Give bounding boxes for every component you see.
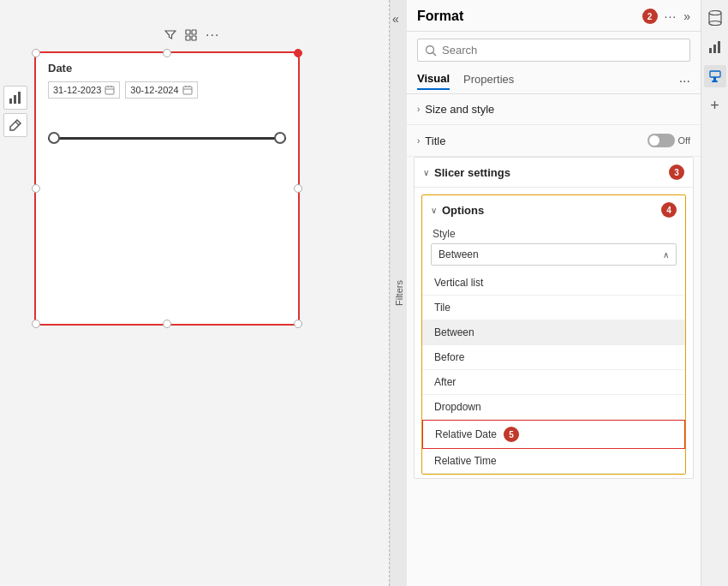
section-title-label: Title	[425, 135, 647, 147]
resize-handle-mr[interactable]	[294, 184, 302, 193]
left-sidebar	[3, 86, 27, 137]
svg-rect-22	[709, 48, 712, 53]
slicer-settings-label: Slicer settings	[434, 166, 669, 179]
slicer-title: Date	[48, 62, 286, 75]
toggle-track[interactable]	[647, 134, 675, 147]
resize-handle-tr[interactable]	[294, 49, 302, 57]
tab-properties[interactable]: Properties	[463, 73, 514, 89]
dropdown-item-tile[interactable]: Tile	[422, 296, 685, 320]
options-header[interactable]: ∨ Options 4	[422, 195, 685, 224]
dropdown-item-relative-time[interactable]: Relative Time	[422, 449, 685, 474]
chart-icon-btn[interactable]	[3, 86, 27, 110]
svg-rect-23	[713, 45, 716, 53]
section-title[interactable]: › Title Off	[407, 125, 701, 157]
svg-rect-8	[105, 87, 114, 94]
resize-handle-bc[interactable]	[163, 320, 171, 328]
slicer-settings-section: ∨ Slicer settings 3 ∨ Options 4 Style Be…	[414, 157, 694, 479]
svg-rect-4	[186, 30, 190, 34]
relative-date-badge: 5	[504, 427, 519, 442]
filters-tab[interactable]: Filters	[390, 0, 407, 586]
slider-thumb-right[interactable]	[274, 132, 286, 144]
resize-handle-br[interactable]	[294, 320, 302, 328]
cylinder-icon	[708, 10, 722, 26]
end-date-input[interactable]: 30-12-2024	[125, 81, 197, 99]
dropdown-item-vertical-list[interactable]: Vertical list	[422, 271, 685, 296]
focus-icon[interactable]	[185, 29, 197, 41]
svg-rect-7	[192, 36, 196, 40]
slicer-date-row: 31-12-2023 30-12-2024	[48, 81, 286, 99]
options-badge: 4	[661, 202, 677, 218]
dropdown-item-between[interactable]: Between	[422, 320, 685, 345]
resize-handle-bl[interactable]	[32, 320, 40, 328]
section-size-style-label: Size and style	[425, 103, 690, 116]
search-bar[interactable]	[417, 39, 690, 62]
start-date-input[interactable]: 31-12-2023	[48, 81, 120, 99]
calendar-icon-end	[182, 85, 193, 95]
slicer-widget: Date 31-12-2023 30-12-2024	[34, 51, 300, 326]
style-dropdown-value: Between	[439, 248, 663, 260]
chevron-down-icon-options: ∨	[431, 206, 437, 215]
slicer-toolbar: ···	[164, 27, 219, 43]
filter-icon[interactable]	[164, 29, 176, 41]
format-header-icons: ··· »	[665, 9, 690, 23]
svg-point-18	[709, 11, 721, 15]
bar-chart-icon-btn[interactable]	[704, 36, 726, 58]
svg-rect-0	[9, 99, 12, 104]
dropdown-list: Vertical list Tile Between Before After	[422, 271, 685, 474]
format-panel: « Filters Format 2 ··· » Visual	[390, 0, 728, 586]
dropdown-item-after[interactable]: After	[422, 370, 685, 395]
title-toggle[interactable]: Off	[647, 134, 690, 147]
filters-label: Filters	[394, 280, 404, 306]
add-icon-btn[interactable]: +	[704, 94, 726, 117]
right-icons-panel: +	[701, 0, 728, 586]
tab-visual[interactable]: Visual	[417, 72, 450, 90]
section-size-style[interactable]: › Size and style	[407, 94, 701, 125]
resize-handle-ml[interactable]	[32, 184, 40, 193]
start-date-value: 31-12-2023	[53, 85, 101, 95]
resize-handle-tl[interactable]	[32, 49, 40, 57]
dropdown-item-dropdown[interactable]: Dropdown	[422, 395, 685, 420]
options-label: Options	[442, 204, 661, 217]
chevron-up-icon: ∧	[663, 250, 669, 260]
toggle-label: Off	[678, 135, 690, 146]
dropdown-item-relative-date[interactable]: Relative Date 5	[422, 420, 685, 449]
style-dropdown[interactable]: Between ∧	[431, 243, 677, 266]
svg-rect-6	[186, 36, 190, 40]
end-date-value: 30-12-2024	[130, 85, 178, 95]
format-panel-inner: Format 2 ··· » Visual Properties ···	[407, 0, 701, 586]
slider-thumb-left[interactable]	[48, 132, 60, 144]
calendar-icon-start	[104, 85, 115, 95]
chevron-down-icon-slicer: ∨	[423, 168, 429, 177]
cylinder-icon-btn[interactable]	[704, 7, 726, 29]
chevron-right-icon: ›	[417, 105, 420, 114]
svg-rect-5	[192, 30, 196, 34]
format-title: Format	[417, 9, 636, 24]
header-more-icon[interactable]: ···	[665, 9, 677, 23]
format-active-icon-btn[interactable]	[704, 65, 726, 87]
format-header: Format 2 ··· »	[407, 0, 701, 32]
collapse-panel-icon[interactable]: «	[392, 12, 399, 26]
options-section: ∨ Options 4 Style Between ∧ Vertical lis…	[421, 194, 686, 475]
svg-rect-24	[718, 41, 720, 53]
more-icon[interactable]: ···	[206, 27, 219, 43]
paint-roller-icon	[708, 69, 722, 83]
svg-line-17	[433, 52, 437, 56]
dropdown-item-before[interactable]: Before	[422, 345, 685, 370]
tabs-row: Visual Properties ···	[407, 69, 701, 94]
slider-track	[48, 137, 286, 140]
svg-point-21	[709, 21, 721, 26]
resize-handle-tc[interactable]	[163, 49, 171, 57]
tabs-more-icon[interactable]: ···	[679, 74, 690, 89]
toggle-thumb	[649, 135, 659, 146]
slicer-settings-header[interactable]: ∨ Slicer settings 3	[415, 158, 693, 188]
style-label: Style	[422, 224, 685, 243]
brush-icon-btn[interactable]	[3, 113, 27, 137]
svg-rect-2	[18, 92, 21, 104]
svg-line-3	[15, 122, 19, 125]
canvas-area: ··· Date 31-12-2023	[0, 0, 390, 586]
date-slider[interactable]	[48, 129, 286, 146]
chevron-right-icon-title: ›	[417, 136, 420, 146]
search-input[interactable]	[442, 44, 683, 57]
header-expand-icon[interactable]: »	[683, 9, 690, 23]
svg-rect-27	[712, 81, 718, 82]
